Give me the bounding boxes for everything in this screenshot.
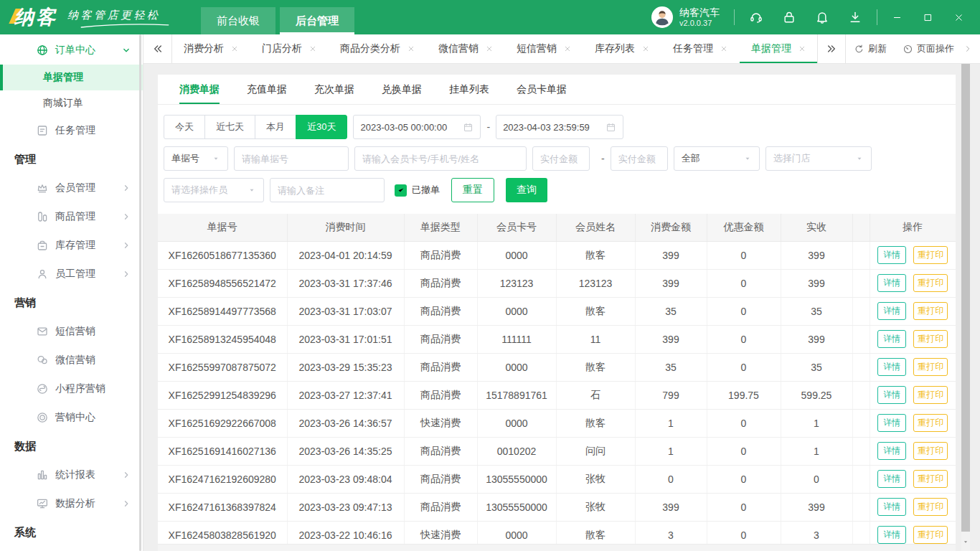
subtab-times-receipts[interactable]: 充次单据	[314, 75, 354, 104]
tab-task-management[interactable]: 任务管理	[661, 34, 740, 63]
amount-min-input[interactable]	[532, 146, 590, 171]
subtab-consume-receipts[interactable]: 消费单据	[179, 75, 220, 104]
close-icon[interactable]	[641, 44, 650, 53]
reprint-button[interactable]: 重打印	[913, 386, 948, 404]
detail-button[interactable]: 详情	[877, 442, 906, 460]
close-icon[interactable]	[563, 44, 572, 53]
reprint-button[interactable]: 重打印	[913, 330, 948, 348]
cell: 0	[707, 297, 781, 325]
sidebar-item-staff-management[interactable]: 员工管理	[0, 260, 143, 288]
tab-wechat-marketing[interactable]: 微信营销	[427, 34, 505, 63]
reprint-button[interactable]: 重打印	[913, 358, 948, 376]
sidebar-item-sms-marketing[interactable]: 短信营销	[0, 317, 143, 346]
remark-input[interactable]	[270, 178, 385, 202]
operator-select[interactable]: 请选择操作员	[164, 178, 264, 202]
page-operations-button[interactable]: 页面操作	[895, 34, 980, 63]
doc-field-select[interactable]: 单据号	[164, 146, 228, 171]
reprint-button[interactable]: 重打印	[913, 498, 948, 516]
sidebar-item-data-analysis[interactable]: 数据分析	[0, 489, 143, 518]
tab-category-analysis[interactable]: 商品分类分析	[329, 34, 427, 63]
close-icon[interactable]	[720, 44, 728, 53]
reset-button[interactable]: 重置	[451, 178, 494, 202]
reprint-button[interactable]: 重打印	[913, 442, 948, 460]
subtab-member-card-receipts[interactable]: 会员卡单据	[517, 75, 567, 104]
detail-button[interactable]: 详情	[877, 414, 906, 432]
detail-button[interactable]: 详情	[877, 302, 906, 320]
download-icon[interactable]	[848, 10, 862, 24]
tab-receipt-management[interactable]: 单据管理	[740, 34, 817, 63]
detail-button[interactable]: 详情	[877, 246, 906, 264]
close-icon[interactable]	[230, 44, 239, 53]
slogan-underline	[67, 23, 182, 29]
subtab-recharge-receipts[interactable]: 充值单据	[247, 75, 287, 104]
sidebar-item-wechat-marketing[interactable]: 微信营销	[0, 346, 143, 375]
amount-max-input[interactable]	[611, 146, 668, 171]
reprint-button[interactable]: 重打印	[913, 470, 948, 488]
sidebar-item-goods-management[interactable]: 商品管理	[0, 202, 143, 231]
date-to-picker[interactable]: 2023-04-03 23:59:59	[496, 115, 623, 139]
close-icon[interactable]	[308, 44, 317, 53]
scrollbar-thumb[interactable]	[961, 64, 970, 532]
quick-range-today[interactable]: 今天	[164, 115, 205, 139]
sidebar-item-order-center[interactable]: 订单中心	[0, 36, 143, 65]
sidebar-item-member-management[interactable]: 会员管理	[0, 174, 143, 202]
quick-range-last-30-days[interactable]: 近30天	[296, 115, 347, 139]
quick-range-this-month[interactable]: 本月	[255, 115, 296, 139]
bell-icon[interactable]	[815, 10, 829, 24]
subtab-pending-orders[interactable]: 挂单列表	[449, 75, 489, 104]
sidebar-item-task-management[interactable]: 任务管理	[0, 116, 143, 145]
reprint-button[interactable]: 重打印	[913, 526, 948, 544]
minimize-icon[interactable]	[892, 12, 903, 23]
close-icon[interactable]	[798, 44, 806, 53]
tabs-scroll-left-button[interactable]	[143, 34, 172, 63]
cell: XF16247161368397824	[158, 493, 287, 521]
close-icon[interactable]	[485, 44, 494, 53]
user-info[interactable]: 纳客汽车 v2.0.0.37	[651, 6, 720, 28]
detail-button[interactable]: 详情	[877, 274, 906, 292]
date-from-picker[interactable]: 2023-03-05 00:00:00	[353, 115, 481, 139]
reprint-button[interactable]: 重打印	[913, 302, 948, 320]
vertical-scrollbar[interactable]	[961, 64, 970, 551]
doc-no-input[interactable]	[234, 146, 349, 171]
cell: 2023-03-31 17:37:46	[287, 269, 404, 297]
service-icon[interactable]	[749, 10, 763, 24]
detail-button[interactable]: 详情	[877, 386, 906, 404]
horizontal-scroll-track[interactable]	[158, 544, 956, 551]
caret-down-icon	[248, 186, 256, 194]
subtab-exchange-receipts[interactable]: 兑换单据	[382, 75, 422, 104]
sidebar-item-label: 任务管理	[55, 124, 95, 137]
detail-button[interactable]: 详情	[877, 526, 906, 544]
detail-button[interactable]: 详情	[877, 358, 906, 376]
tab-inventory-list[interactable]: 库存列表	[583, 34, 661, 63]
sidebar-item-miniprogram-marketing[interactable]: 小程序营销	[0, 375, 143, 403]
cancelled-checkbox[interactable]: 已撤单	[395, 184, 440, 197]
sidebar-item-statistics-report[interactable]: 统计报表	[0, 461, 143, 489]
detail-button[interactable]: 详情	[877, 330, 906, 348]
tabs-scroll-right-button[interactable]	[817, 34, 846, 63]
tab-store-analysis[interactable]: 门店分析	[250, 34, 329, 63]
tab-consume-analysis[interactable]: 消费分析	[172, 34, 250, 63]
nav-back-management[interactable]: 后台管理	[280, 7, 354, 34]
reprint-button[interactable]: 重打印	[913, 246, 948, 264]
lock-icon[interactable]	[782, 10, 796, 24]
reprint-button[interactable]: 重打印	[913, 274, 948, 292]
scroll-down-arrow[interactable]	[961, 537, 970, 546]
sidebar-subitem-receipt-management[interactable]: 单据管理	[0, 65, 143, 90]
tab-sms-marketing[interactable]: 短信营销	[505, 34, 583, 63]
search-button[interactable]: 查询	[506, 178, 547, 202]
reprint-button[interactable]: 重打印	[913, 414, 948, 432]
refresh-button[interactable]: 刷新	[846, 34, 895, 63]
close-window-icon[interactable]	[953, 12, 964, 23]
maximize-icon[interactable]	[923, 12, 933, 23]
sidebar-item-inventory-management[interactable]: 库存管理	[0, 231, 143, 260]
detail-button[interactable]: 详情	[877, 498, 906, 516]
nav-front-cashier[interactable]: 前台收银	[201, 7, 275, 34]
member-search-input[interactable]	[354, 146, 527, 171]
store-select[interactable]: 选择门店	[765, 146, 872, 171]
sidebar-item-marketing-center[interactable]: 营销中心	[0, 403, 143, 432]
detail-button[interactable]: 详情	[877, 470, 906, 488]
quick-range-last-7-days[interactable]: 近七天	[204, 115, 255, 139]
sidebar-subitem-mall-orders[interactable]: 商城订单	[0, 90, 143, 116]
close-icon[interactable]	[407, 44, 415, 53]
status-select[interactable]: 全部	[674, 146, 760, 171]
